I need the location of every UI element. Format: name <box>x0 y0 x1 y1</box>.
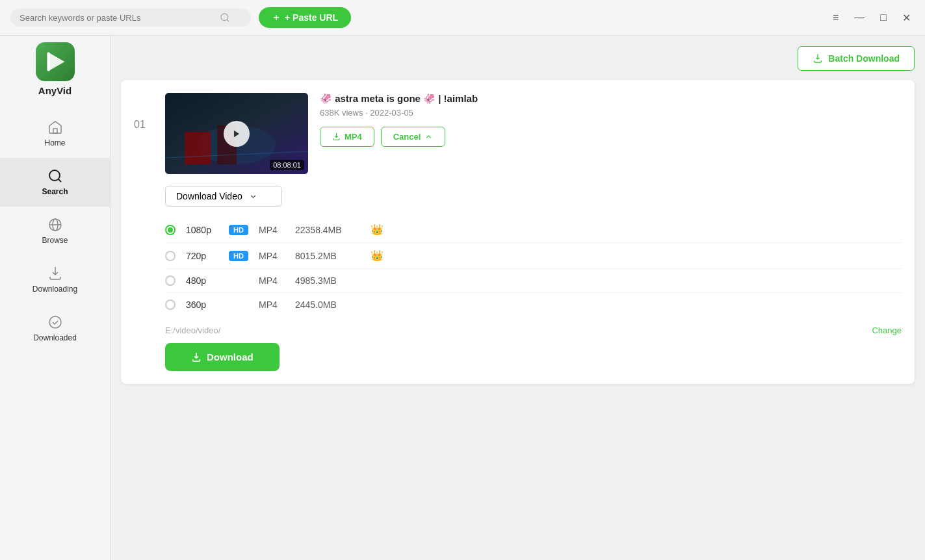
sidebar-item-search[interactable]: Search <box>0 158 110 207</box>
video-duration: 08:08:01 <box>270 160 304 170</box>
play-icon <box>232 129 241 138</box>
size-1080p: 22358.4MB <box>295 225 360 235</box>
search-icon <box>220 12 230 23</box>
svg-marker-4 <box>48 53 64 71</box>
sidebar-nav: Home Search Browse Downloading Downloade… <box>0 109 110 353</box>
quality-label-480p: 480p <box>186 275 218 286</box>
download-options: Download Video 1080p HD MP4 22358.4MB 👑 <box>134 186 902 371</box>
format-720p: MP4 <box>259 251 285 261</box>
batch-download-label: Batch Download <box>828 53 900 64</box>
change-path-button[interactable]: Change <box>872 325 902 335</box>
size-360p: 2445.0MB <box>295 299 360 310</box>
quality-list: 1080p HD MP4 22358.4MB 👑 720p HD MP4 801… <box>165 217 902 316</box>
sidebar-item-label-browse: Browse <box>42 236 68 245</box>
search-box[interactable] <box>10 8 251 27</box>
top-bar: Batch Download <box>121 46 915 71</box>
cancel-button[interactable]: Cancel <box>381 127 446 147</box>
app-name: AnyVid <box>38 85 72 96</box>
downloaded-icon <box>47 314 63 330</box>
size-480p: 4985.3MB <box>295 275 360 286</box>
svg-line-8 <box>58 179 60 182</box>
app-logo: AnyVid <box>36 42 75 96</box>
sidebar-item-downloaded[interactable]: Downloaded <box>0 304 110 353</box>
sidebar-item-label-search: Search <box>42 187 68 196</box>
sidebar-item-label-downloading: Downloading <box>33 285 77 294</box>
download-button[interactable]: Download <box>165 343 280 371</box>
maximize-button[interactable]: □ <box>876 10 891 25</box>
home-icon <box>47 120 63 135</box>
sidebar-item-home[interactable]: Home <box>0 109 110 158</box>
radio-480p[interactable] <box>165 275 176 286</box>
video-thumbnail[interactable]: 08:08:01 <box>165 93 308 174</box>
svg-point-12 <box>49 316 61 328</box>
paste-icon <box>272 13 281 22</box>
svg-rect-6 <box>53 129 57 133</box>
main-layout: AnyVid Home Search Browse Downloading <box>0 36 925 560</box>
browse-icon <box>47 217 63 233</box>
close-button[interactable]: ✕ <box>898 10 915 25</box>
video-card: 01 <box>121 80 915 384</box>
format-480p: MP4 <box>259 275 285 286</box>
video-number: 01 <box>134 93 153 131</box>
svg-point-0 <box>221 14 228 21</box>
logo-icon <box>44 50 67 73</box>
format-1080p: MP4 <box>259 225 285 235</box>
sidebar-item-browse[interactable]: Browse <box>0 207 110 255</box>
downloading-icon <box>47 266 63 281</box>
svg-rect-5 <box>47 53 50 71</box>
mp4-button[interactable]: MP4 <box>320 127 374 147</box>
video-meta: 638K views · 2022-03-05 <box>320 108 902 118</box>
radio-360p[interactable] <box>165 299 176 310</box>
svg-marker-19 <box>234 130 239 137</box>
video-header: 01 <box>134 93 902 174</box>
video-info: 🦑 astra meta is gone 🦑 | !aimlab 638K vi… <box>320 93 902 147</box>
quality-label-360p: 360p <box>186 299 218 310</box>
radio-720p[interactable] <box>165 251 176 261</box>
download-btn-icon <box>191 352 202 363</box>
quality-label-1080p: 1080p <box>186 225 218 235</box>
batch-download-button[interactable]: Batch Download <box>798 46 915 71</box>
paste-url-label: + Paste URL <box>285 12 338 23</box>
svg-rect-15 <box>185 132 211 164</box>
window-controls: ≡ — □ ✕ <box>829 10 915 25</box>
download-icon-small <box>332 133 341 141</box>
chevron-down-icon <box>249 192 257 201</box>
paste-url-button[interactable]: + Paste URL <box>259 7 351 28</box>
crown-icon-720p: 👑 <box>371 249 384 262</box>
app-logo-icon <box>36 42 75 81</box>
quality-row-720p[interactable]: 720p HD MP4 8015.2MB 👑 <box>165 243 902 269</box>
quality-row-1080p[interactable]: 1080p HD MP4 22358.4MB 👑 <box>165 217 902 243</box>
quality-label-720p: 720p <box>186 251 218 261</box>
save-path: E:/video/video/ <box>165 325 220 335</box>
chevron-up-icon <box>424 133 433 141</box>
radio-1080p[interactable] <box>165 225 176 235</box>
search-input[interactable] <box>20 13 215 23</box>
content-area: Batch Download 01 <box>111 36 925 560</box>
title-bar: + Paste URL ≡ — □ ✕ <box>0 0 925 36</box>
crown-icon-1080p: 👑 <box>371 223 384 236</box>
path-row: E:/video/video/ Change <box>165 325 902 335</box>
play-button[interactable] <box>224 121 250 147</box>
sidebar-item-label-home: Home <box>44 138 65 147</box>
format-360p: MP4 <box>259 299 285 310</box>
quality-row-360p[interactable]: 360p MP4 2445.0MB <box>165 293 902 316</box>
menu-button[interactable]: ≡ <box>829 10 842 25</box>
minimize-button[interactable]: — <box>850 10 868 25</box>
size-720p: 8015.2MB <box>295 251 360 261</box>
batch-download-icon <box>813 53 823 64</box>
sidebar-item-downloading[interactable]: Downloading <box>0 255 110 304</box>
svg-point-7 <box>49 170 60 181</box>
video-actions: MP4 Cancel <box>320 127 902 147</box>
quality-row-480p[interactable]: 480p MP4 4985.3MB <box>165 269 902 293</box>
video-title: 🦑 astra meta is gone 🦑 | !aimlab <box>320 93 902 105</box>
search-nav-icon <box>47 168 63 184</box>
hd-badge-720p: HD <box>229 251 248 261</box>
svg-line-1 <box>227 19 229 21</box>
sidebar: AnyVid Home Search Browse Downloading <box>0 36 111 560</box>
sidebar-item-label-downloaded: Downloaded <box>33 333 77 342</box>
download-type-select: Download Video <box>165 186 902 207</box>
type-dropdown[interactable]: Download Video <box>165 186 282 207</box>
hd-badge-1080p: HD <box>229 225 248 235</box>
